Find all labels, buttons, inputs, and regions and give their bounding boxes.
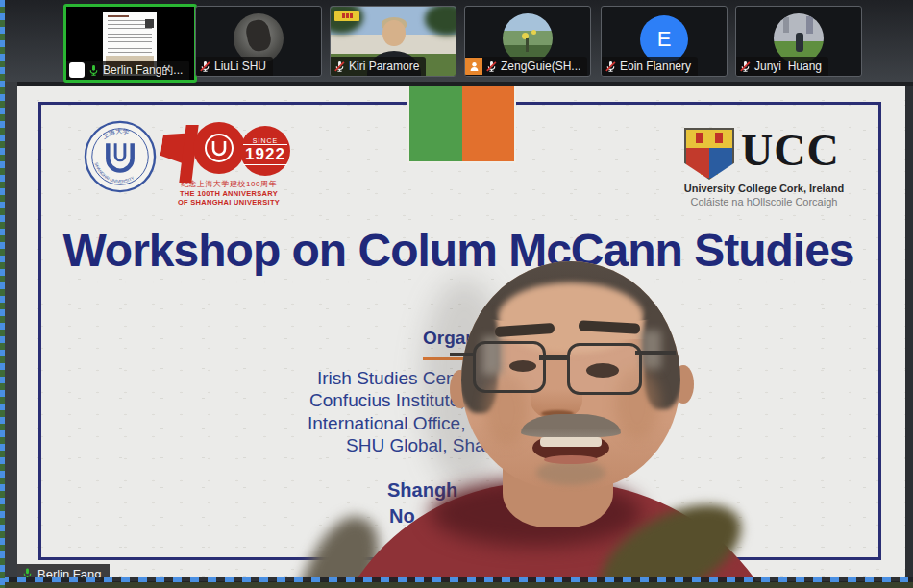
mic-muted-icon: [739, 61, 752, 73]
mic-muted-icon: [605, 61, 617, 73]
participant-name-label: Junyi Huang: [736, 57, 828, 76]
mic-icon: [87, 64, 100, 77]
video-tile-kiri-paramore[interactable]: Kiri Paramore: [330, 6, 456, 77]
participant-name-label: ZengGuie(SH...: [465, 57, 587, 76]
participant-name-label: LiuLi SHU: [196, 57, 273, 76]
share-region-border-bottom: [0, 577, 913, 582]
mustache: [521, 414, 621, 437]
share-region-border-left: [0, 0, 5, 588]
qr-code: [145, 19, 154, 28]
participant-filmstrip: Berlin Fang的... LiuLi SHU: [5, 0, 913, 82]
glasses-right-lens: [567, 343, 642, 395]
glasses-left-lens: [473, 341, 546, 393]
participant-name-label: Eoin Flannery: [602, 57, 698, 76]
person-icon: [465, 58, 482, 75]
mic-muted-icon: [333, 61, 346, 73]
video-tile-berlin-fang[interactable]: Berlin Fang的...: [63, 4, 197, 83]
window-chrome-right: [905, 86, 913, 588]
presenter-video-overlay: [17, 86, 905, 581]
participant-name-label: Berlin Fang的...: [66, 61, 189, 80]
desktop-background-sliver: [0, 581, 913, 588]
video-tile-eoin-flannery[interactable]: E Eoin Flannery: [601, 6, 728, 77]
video-tile-zengguie[interactable]: ZengGuie(SH...: [464, 6, 591, 77]
screen-share-icon: [69, 62, 85, 78]
window-chrome-left: [5, 82, 17, 588]
mic-muted-icon: [199, 61, 211, 73]
video-tile-junyi-huang[interactable]: Junyi Huang: [735, 6, 862, 77]
participant-name-label: Kiri Paramore: [331, 57, 426, 76]
video-tile-liuli-shu[interactable]: LiuLi SHU: [195, 6, 322, 77]
mic-muted-icon: [485, 61, 498, 73]
zoom-meeting-window: Berlin Fang的... LiuLi SHU: [0, 0, 913, 588]
logo-badge: [334, 11, 359, 21]
